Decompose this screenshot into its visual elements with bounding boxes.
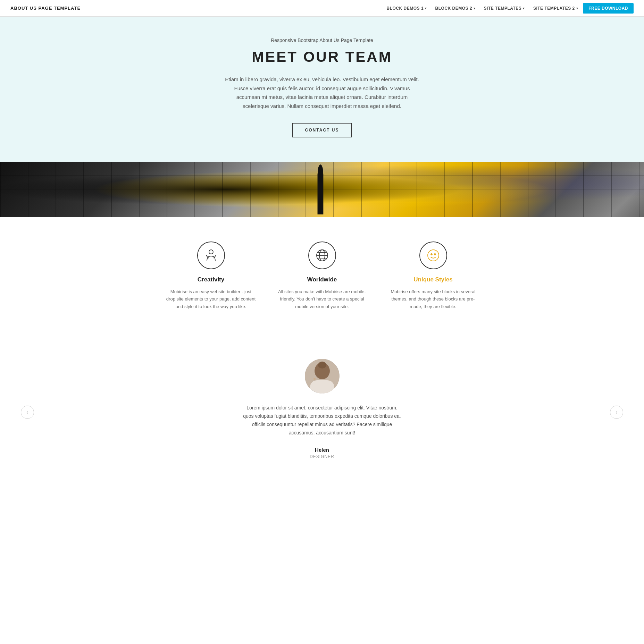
testimonial-body: Lorem ipsum dolor sit amet, consectetur …: [242, 404, 402, 437]
banner-image: [0, 162, 644, 217]
feature-item-worldwide: Worldwide All sites you make with Mobiri…: [277, 242, 367, 310]
features-grid: Creativity Mobirise is an easy website b…: [166, 242, 478, 310]
svg-point-0: [209, 250, 213, 254]
creativity-icon: [197, 242, 225, 269]
worldwide-icon: [308, 242, 336, 269]
navbar: ABOUT US PAGE TEMPLATE BLOCK DEMOS 1 ▾ B…: [0, 0, 644, 17]
svg-point-12: [318, 362, 326, 368]
feature-item-creativity: Creativity Mobirise is an easy website b…: [166, 242, 256, 310]
caret-icon: ▾: [474, 7, 476, 10]
features-section: Creativity Mobirise is an easy website b…: [0, 217, 644, 338]
testimonial-role: DESIGNER: [14, 454, 630, 459]
unique-styles-icon: [419, 242, 447, 269]
caret-icon: ▾: [576, 7, 578, 10]
feature-title-creativity: Creativity: [166, 276, 256, 283]
nav-block-demos-1[interactable]: BLOCK DEMOS 1 ▾: [383, 4, 430, 13]
feature-body-creativity: Mobirise is an easy website builder - ju…: [166, 288, 256, 310]
svg-point-8: [434, 254, 436, 255]
feature-item-unique-styles: Unique Styles Mobirise offers many site …: [388, 242, 478, 310]
svg-point-6: [428, 250, 439, 261]
hero-subtitle: Responsive Bootstrap About Us Page Templ…: [14, 37, 630, 43]
testimonial-next-button[interactable]: ›: [610, 406, 623, 419]
svg-point-14: [313, 378, 316, 380]
free-download-button[interactable]: FREE DOWNLOAD: [583, 3, 634, 14]
nav-block-demos-2[interactable]: BLOCK DEMOS 2 ▾: [432, 4, 479, 13]
navbar-nav: BLOCK DEMOS 1 ▾ BLOCK DEMOS 2 ▾ SITE TEM…: [383, 3, 634, 14]
hero-title: MEET OUR TEAM: [14, 49, 630, 65]
feature-body-unique-styles: Mobirise offers many site blocks in seve…: [388, 288, 478, 310]
hero-section: Responsive Bootstrap About Us Page Templ…: [0, 17, 644, 162]
feature-body-worldwide: All sites you make with Mobirise are mob…: [277, 288, 367, 310]
testimonial-name: Helen: [14, 447, 630, 453]
feature-title-worldwide: Worldwide: [277, 276, 367, 283]
testimonial-avatar: [305, 359, 340, 393]
contact-us-button[interactable]: CONTACT US: [292, 123, 352, 137]
testimonial-prev-button[interactable]: ‹: [21, 406, 34, 419]
svg-rect-13: [310, 380, 334, 393]
caret-icon: ▾: [425, 7, 427, 10]
nav-site-templates-2[interactable]: SITE TEMPLATES 2 ▾: [530, 4, 582, 13]
svg-point-7: [431, 254, 432, 255]
nav-site-templates[interactable]: SITE TEMPLATES ▾: [480, 4, 528, 13]
navbar-brand: ABOUT US PAGE TEMPLATE: [10, 6, 81, 11]
feature-title-unique-styles: Unique Styles: [388, 276, 478, 283]
caret-icon: ▾: [523, 7, 525, 10]
testimonial-section: ‹ Lorem ipsum dolor sit amet, consectetu…: [0, 338, 644, 486]
hero-body: Etiam in libero gravida, viverra ex eu, …: [225, 75, 419, 110]
